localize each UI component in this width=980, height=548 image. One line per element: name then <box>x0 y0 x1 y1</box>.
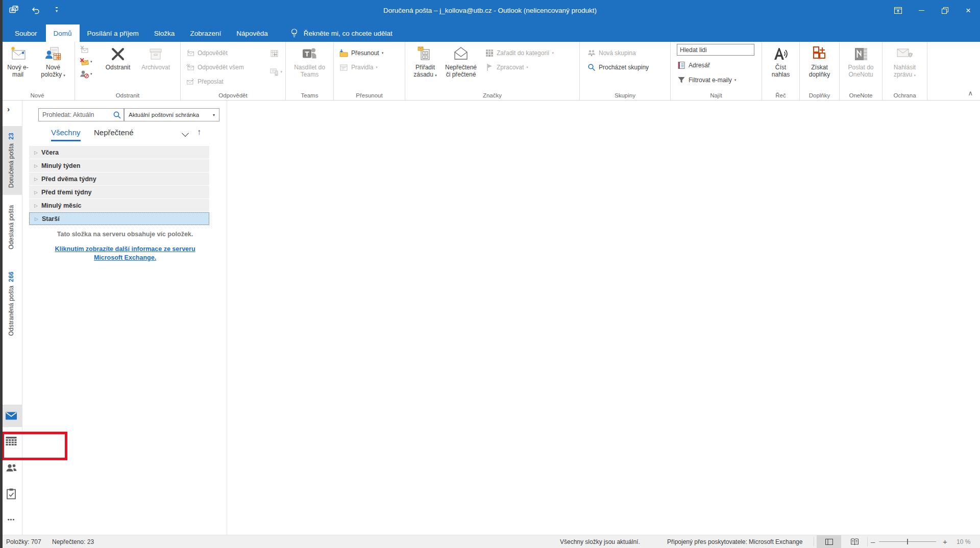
zoom-in-button[interactable]: + <box>943 535 947 548</box>
undo-icon[interactable] <box>29 4 42 17</box>
search-scope-dropdown[interactable]: Aktuální poštovní schránka ▾ <box>124 108 219 121</box>
tab-vsechny[interactable]: Všechny <box>51 128 81 141</box>
normal-view-button[interactable] <box>817 535 841 548</box>
get-addins-icon <box>811 44 828 64</box>
dropdown-caret-icon: ▾ <box>90 72 92 76</box>
nav-tasks-button[interactable] <box>0 484 22 504</box>
send-receive-icon[interactable] <box>7 4 20 17</box>
block-sender-button[interactable]: ▾ <box>79 68 92 80</box>
im-reply-button[interactable]: ▾ <box>269 66 282 78</box>
group-label: Najít <box>671 92 762 98</box>
new-group-button[interactable]: Nová skupina <box>587 48 649 58</box>
annotation-rectangle <box>2 432 67 460</box>
ignore-icon <box>79 44 89 55</box>
window-left-edge <box>0 0 3 548</box>
junk-email-button[interactable]: ▾ <box>79 56 92 67</box>
reply-all-icon <box>186 63 195 72</box>
search-box[interactable] <box>38 108 124 121</box>
group-onenote: Poslat do OneNotu OneNote <box>840 42 883 100</box>
address-book-button[interactable]: Adresář <box>677 60 754 70</box>
date-group-minuly-tyden[interactable]: ▷Minulý týden <box>29 159 209 172</box>
address-book-icon <box>677 61 686 70</box>
expand-triangle-icon: ▷ <box>34 203 38 208</box>
new-items-icon <box>44 44 62 64</box>
chevron-down-icon[interactable] <box>182 130 189 137</box>
forward-icon <box>186 77 195 86</box>
follow-up-icon <box>485 63 494 72</box>
reading-view-button[interactable] <box>843 535 866 548</box>
date-group-pred-tremi-tydny[interactable]: ▷Před třemi týdny <box>29 186 209 198</box>
exchange-more-info-link[interactable]: Kliknutím zobrazíte další informace ze s… <box>46 245 204 262</box>
group-nove: Nový e-mail Nové položky ▾ Nové <box>0 42 75 100</box>
group-label: Značky <box>405 92 579 98</box>
nav-more-button[interactable]: ••• <box>0 515 22 524</box>
date-group-minuly-mesic[interactable]: ▷Minulý měsíc <box>29 199 209 212</box>
new-email-button[interactable]: Nový e-mail <box>3 42 33 90</box>
expand-triangle-icon: ▷ <box>34 163 38 168</box>
read-aloud-button[interactable]: Číst nahlas <box>766 42 796 90</box>
tab-slozka[interactable]: Složka <box>146 24 183 42</box>
meeting-reply-button[interactable] <box>269 48 279 59</box>
collapse-ribbon-icon[interactable]: ∧ <box>968 91 973 96</box>
new-items-button[interactable]: Nové položky ▾ <box>35 42 71 90</box>
date-group-vcera[interactable]: ▷Včera <box>29 146 209 159</box>
report-message-button[interactable]: Nahlásit zprávu ▾ <box>886 42 924 90</box>
get-addins-button[interactable]: Získat doplňky <box>803 42 837 90</box>
nav-mail-button[interactable] <box>0 405 22 427</box>
group-rec: Číst nahlas Řeč <box>762 42 800 100</box>
move-button[interactable]: Přesunout ▾ <box>339 48 383 58</box>
tell-me-box[interactable]: Řekněte mi, co chcete udělat <box>290 24 393 42</box>
reply-button[interactable]: Odpovědět <box>186 48 244 58</box>
group-label: Skupiny <box>580 92 670 98</box>
browse-groups-icon <box>587 63 596 72</box>
tell-me-label: Řekněte mi, co chcete udělat <box>304 30 393 37</box>
tab-neprectene[interactable]: Nepřečtené <box>94 128 134 137</box>
browse-groups-button[interactable]: Procházet skupiny <box>587 62 649 72</box>
restore-button[interactable] <box>933 0 957 20</box>
move-icon <box>339 48 349 58</box>
date-group-pred-dvema-tydny[interactable]: ▷Před dvěma týdny <box>29 172 209 185</box>
send-to-onenote-button[interactable]: Poslat do OneNotu <box>843 42 879 90</box>
expand-folder-pane-icon[interactable]: › <box>7 105 10 113</box>
ribbon-display-options-icon[interactable] <box>886 0 910 20</box>
unread-read-button[interactable]: Nepřečtené či přečtené <box>443 42 479 90</box>
assign-policy-button[interactable]: Přiřadit zásadu ▾ <box>409 42 441 90</box>
delete-button[interactable]: Odstranit <box>100 42 136 90</box>
group-skupiny: Nová skupina Procházet skupiny Skupiny <box>580 42 671 100</box>
search-people-input[interactable] <box>677 44 754 56</box>
reading-pane <box>228 101 980 535</box>
search-icon[interactable] <box>110 111 124 119</box>
sort-direction-icon[interactable]: ↑ <box>197 128 201 137</box>
reply-all-button[interactable]: Odpovědět všem <box>186 62 244 72</box>
sidebar-item-dorucena-posta[interactable]: Doručená pošta 23 <box>0 126 22 195</box>
follow-up-button[interactable]: Zpracovat ▾ <box>485 62 554 72</box>
im-icon <box>269 67 279 77</box>
tab-soubor[interactable]: Soubor <box>6 24 46 42</box>
folder-label: Doručená pošta <box>8 143 15 188</box>
tab-poslani-a-prijem[interactable]: Posílání a příjem <box>80 24 146 42</box>
zoom-level[interactable]: 10 % <box>957 535 970 548</box>
filter-email-button[interactable]: Filtrovat e-maily ▾ <box>677 75 754 85</box>
categorize-button[interactable]: Zařadit do kategorií ▾ <box>485 48 554 58</box>
search-input[interactable] <box>39 111 110 118</box>
share-to-teams-button[interactable]: Nasdílet do Teams <box>288 42 331 90</box>
main-area: › Doručená pošta 23 Odeslaná pošta Odstr… <box>0 101 980 535</box>
sidebar-item-odeslana-posta[interactable]: Odeslaná pošta <box>0 203 22 251</box>
zoom-slider-thumb[interactable] <box>907 539 908 544</box>
minimize-button[interactable] <box>910 0 933 20</box>
sidebar-item-odstranena-posta[interactable]: Odstraněná pošta 266 <box>0 261 22 346</box>
archive-button[interactable]: Archivovat <box>136 42 175 90</box>
tab-napoveda[interactable]: Nápověda <box>229 24 276 42</box>
customize-qat-icon[interactable]: ▾ <box>50 4 63 17</box>
ignore-button[interactable] <box>79 44 89 55</box>
tab-domu[interactable]: Domů <box>46 24 80 42</box>
nav-people-button[interactable] <box>0 458 22 478</box>
unread-count: Nepřečteno: 23 <box>52 535 94 548</box>
zoom-out-button[interactable]: – <box>871 535 875 548</box>
tab-zobrazeni[interactable]: Zobrazení <box>182 24 229 42</box>
date-group-starsi[interactable]: ▷Starší <box>29 212 209 225</box>
scope-value: Aktuální poštovní schránka <box>129 112 199 118</box>
rules-button[interactable]: Pravidla ▾ <box>339 62 383 72</box>
close-button[interactable]: × <box>957 0 980 20</box>
forward-button[interactable]: Přeposlat <box>186 77 244 87</box>
